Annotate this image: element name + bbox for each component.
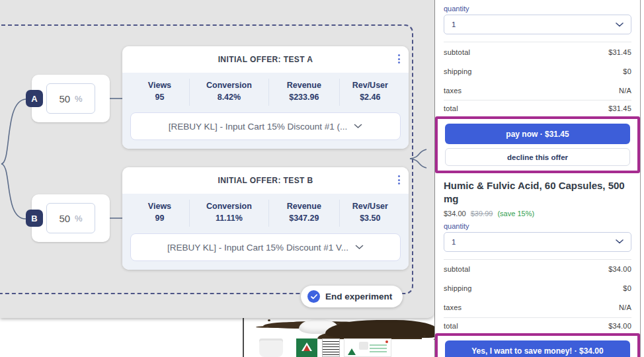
warning-triangle-icon (302, 342, 312, 351)
split-value: 50 (59, 93, 70, 104)
variant-b-split-input[interactable]: 50 % (46, 203, 95, 233)
chevron-down-icon (354, 124, 362, 129)
kebab-menu-icon[interactable] (398, 175, 400, 184)
end-experiment-label: End experiment (325, 292, 392, 301)
cart-panel: quantity 1 subtotal$31.45 shipping$0 tax… (434, 0, 641, 357)
triangle-logo-icon (348, 348, 356, 355)
test-b-stats: Views99 Conversion11.11% Revenue$347.29 … (122, 194, 409, 229)
variant-b-split-card: 50 % (32, 194, 110, 242)
percent-unit: % (75, 214, 83, 223)
highlight-box-offer-b: Yes, I want to save money! · $34.00 No, … (435, 333, 640, 357)
product-thumbnail-cup[interactable] (259, 338, 283, 357)
app-window: A 50 % B 50 % INITIAL OFFER: TEST A (0, 0, 644, 357)
end-experiment-button[interactable]: End experiment (301, 286, 403, 307)
mini-text-lines (370, 344, 387, 354)
price-row: $34.00 $39.99 (save 15%) (444, 210, 631, 218)
badge-dot (385, 340, 388, 343)
product-thumbnail-box[interactable] (344, 338, 391, 357)
test-b-header: INITIAL OFFER: TEST B (122, 167, 409, 194)
subtotal-row: subtotal$31.45 (444, 42, 631, 61)
product-thumbnail-supplement-facts[interactable] (322, 338, 340, 357)
quantity-label: quantity (444, 5, 631, 13)
split-value: 50 (59, 213, 70, 224)
variant-a-badge: A (26, 90, 43, 107)
mini-product-image (359, 342, 368, 350)
quantity-value: 1 (452, 20, 456, 28)
save-percent: (save 15%) (497, 210, 534, 218)
offer-b-section: Humic & Fulvic Acid, 60 Capsules, 500 mg… (435, 179, 640, 332)
subtotal-row: subtotal$34.00 (444, 260, 631, 279)
shipping-row: shipping$0 (444, 61, 631, 81)
stat-rev-user: Rev/User$2.46 (339, 79, 401, 106)
taxes-row: taxesN/A (444, 298, 631, 317)
test-a-offer-select[interactable]: [REBUY KL] - Input Cart 15% Discount #1 … (130, 112, 401, 140)
test-a-stats: Views95 Conversion8.42% Revenue$233.96 R… (122, 73, 409, 108)
stat-views: Views95 (130, 79, 189, 106)
chevron-down-icon (616, 239, 624, 244)
test-b-card: INITIAL OFFER: TEST B Views99 Conversion… (122, 167, 409, 270)
stat-views: Views99 (130, 200, 189, 227)
test-a-header: INITIAL OFFER: TEST A (122, 46, 409, 73)
kebab-menu-icon[interactable] (398, 54, 400, 63)
pay-now-button[interactable]: pay now · $31.45 (445, 124, 630, 144)
test-a-card: INITIAL OFFER: TEST A Views95 Conversion… (122, 46, 409, 149)
variant-a-split-card: 50 % (32, 75, 110, 122)
soil-speck (268, 319, 270, 321)
experiment-canvas: A 50 % B 50 % INITIAL OFFER: TEST A (0, 0, 434, 318)
product-thumbnail-label[interactable] (296, 338, 317, 357)
product-title: Humic & Fulvic Acid, 60 Capsules, 500 mg (444, 179, 631, 206)
taxes-row: taxesN/A (444, 81, 631, 100)
offer-select-value: [REBUY KL] - Input Cart 15% Discount #1 … (169, 122, 348, 132)
offer-select-value: [REBUY KL] - Input Cart 15% Discount #1 … (167, 243, 348, 253)
test-b-offer-select[interactable]: [REBUY KL] - Input Cart 15% Discount #1 … (130, 233, 401, 261)
variant-b-badge: B (26, 210, 43, 227)
page-section-border (243, 318, 244, 357)
total-row: total$31.45 (444, 100, 631, 115)
quantity-select[interactable]: 1 (444, 15, 631, 34)
stat-conversion: Conversion11.11% (189, 200, 268, 227)
test-a-title: INITIAL OFFER: TEST A (218, 55, 313, 64)
quantity-select[interactable]: 1 (444, 232, 631, 252)
decline-offer-button[interactable]: decline this offer (445, 148, 630, 166)
variant-a-split-input[interactable]: 50 % (46, 83, 95, 114)
variant-node-a: A 50 % (26, 75, 110, 122)
check-circle-icon (307, 290, 320, 303)
stat-revenue: Revenue$347.29 (268, 200, 339, 227)
offer-a-section: quantity 1 subtotal$31.45 shipping$0 tax… (435, 5, 640, 115)
stat-revenue: Revenue$233.96 (268, 79, 339, 106)
chevron-down-icon (616, 22, 624, 27)
quantity-value: 1 (452, 238, 456, 246)
shipping-row: shipping$0 (444, 279, 631, 298)
variant-node-b: B 50 % (26, 194, 110, 242)
soil-speck (423, 335, 426, 337)
percent-unit: % (75, 94, 83, 104)
test-a-body: Views95 Conversion8.42% Revenue$233.96 R… (122, 73, 409, 149)
total-row: total$34.00 (444, 318, 631, 332)
stat-rev-user: Rev/User$3.50 (339, 200, 401, 227)
chevron-down-icon (355, 245, 364, 250)
highlight-box-offer-a: pay now · $31.45 decline this offer (435, 116, 640, 173)
soil-product-photo (325, 320, 438, 338)
test-b-title: INITIAL OFFER: TEST B (218, 176, 313, 185)
compare-at-price: $39.99 (471, 210, 493, 218)
sale-price: $34.00 (444, 210, 466, 218)
stat-conversion: Conversion8.42% (189, 79, 268, 106)
test-b-body: Views99 Conversion11.11% Revenue$347.29 … (122, 194, 409, 270)
quantity-label: quantity (444, 222, 631, 230)
accept-offer-button[interactable]: Yes, I want to save money! · $34.00 (445, 340, 630, 357)
